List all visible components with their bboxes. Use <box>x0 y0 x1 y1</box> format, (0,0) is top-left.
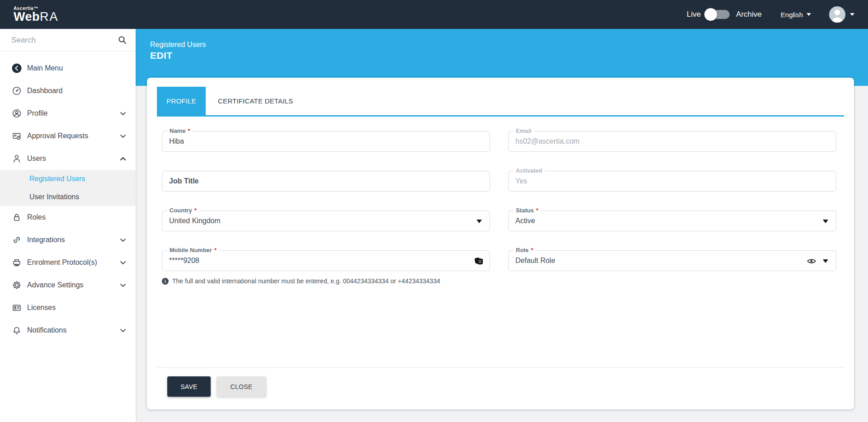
sidebar-item-label: Main Menu <box>27 64 126 72</box>
sidebar-item-advance-settings[interactable]: Advance Settings <box>0 274 136 296</box>
chevron-down-icon <box>120 239 126 242</box>
user-icon <box>12 154 22 164</box>
country-label: Country <box>167 207 199 214</box>
gear-icon <box>12 280 22 290</box>
sidebar-item-notifications[interactable]: Notifications <box>0 319 136 342</box>
email-field: Email <box>508 131 836 152</box>
status-select[interactable]: Status Active <box>508 211 836 231</box>
chevron-down-icon <box>120 112 126 115</box>
sidebar-search <box>0 29 136 52</box>
mobile-number-label: Mobile Number <box>167 247 219 254</box>
masks-icon[interactable] <box>474 257 484 267</box>
role-label: Role <box>514 247 535 254</box>
topbar: Ascertia™ WebRA Live Archive English <box>0 0 868 29</box>
country-value[interactable]: United Kingdom <box>162 211 490 231</box>
sidebar-menu: Main Menu Dashboard Profile Approval Req… <box>0 52 136 342</box>
sidebar-item-label: Users <box>27 155 115 163</box>
toggle-knob[interactable] <box>704 8 717 21</box>
sidebar-item-label: Dashboard <box>27 87 126 95</box>
close-button[interactable]: CLOSE <box>217 376 266 397</box>
eye-icon[interactable] <box>807 258 816 266</box>
language-dropdown[interactable]: English <box>781 11 811 19</box>
email-input <box>509 131 836 151</box>
sidebar-item-enrolment-protocols[interactable]: Enrolment Protocol(s) <box>0 251 136 274</box>
sidebar-item-user-invitations[interactable]: User Invitations <box>0 188 136 206</box>
status-value[interactable]: Active <box>509 211 836 231</box>
sidebar-item-label: Integrations <box>27 236 115 244</box>
account-menu-caret-icon[interactable] <box>850 13 854 16</box>
info-icon <box>162 278 169 285</box>
activated-field: Activated <box>508 171 836 192</box>
sidebar-item-approval-requests[interactable]: Approval Requests <box>0 125 136 147</box>
profile-form: Name Email <box>147 131 854 285</box>
tab-bar: PROFILE CERTIFICATE DETAILS <box>157 87 844 117</box>
dropdown-caret-icon[interactable] <box>823 220 828 223</box>
tab-certificate-details[interactable]: CERTIFICATE DETAILS <box>206 87 305 115</box>
approval-card-icon <box>12 131 22 141</box>
sidebar-item-label: Approval Requests <box>27 132 115 140</box>
chevron-down-icon <box>807 13 811 16</box>
role-select[interactable]: Role Default Role <box>508 250 836 271</box>
name-label: Name <box>167 127 192 135</box>
activated-input <box>509 171 836 191</box>
mobile-hint-text: The full and valid international number … <box>172 277 440 285</box>
archive-label: Archive <box>736 10 762 19</box>
sidebar-item-roles[interactable]: Roles <box>0 206 136 229</box>
sidebar-item-dashboard[interactable]: Dashboard <box>0 80 136 102</box>
chevron-down-icon <box>120 135 126 138</box>
link-icon <box>12 235 22 245</box>
brand-webra: WebRA <box>14 10 59 23</box>
back-circle-icon <box>12 63 22 73</box>
mobile-number-field[interactable]: Mobile Number <box>162 250 490 271</box>
sidebar-item-label: Advance Settings <box>27 281 115 289</box>
sidebar-item-profile[interactable]: Profile <box>0 102 136 125</box>
id-card-icon <box>12 303 22 313</box>
breadcrumb: Registered Users <box>150 41 868 49</box>
sidebar-item-main-menu[interactable]: Main Menu <box>0 57 136 80</box>
users-submenu: Registered Users User Invitations <box>0 170 136 206</box>
language-label: English <box>781 11 803 19</box>
dashboard-icon <box>12 86 22 96</box>
sidebar-item-label: Notifications <box>27 326 115 334</box>
status-label: Status <box>514 207 541 214</box>
dropdown-caret-icon[interactable] <box>823 259 828 263</box>
sidebar-item-licenses[interactable]: Licenses <box>0 296 136 319</box>
tab-profile[interactable]: PROFILE <box>157 87 206 115</box>
dropdown-caret-icon[interactable] <box>476 220 482 223</box>
name-field[interactable]: Name <box>162 131 490 152</box>
page-title: EDIT <box>150 50 868 61</box>
search-icon[interactable] <box>118 36 127 44</box>
submenu-item-label: User Invitations <box>29 193 79 201</box>
save-button[interactable]: SAVE <box>167 376 211 397</box>
sidebar-item-users[interactable]: Users <box>0 147 136 170</box>
live-archive-toggle[interactable] <box>705 10 730 19</box>
chevron-down-icon <box>120 261 126 264</box>
sidebar-item-registered-users[interactable]: Registered Users <box>0 170 136 188</box>
country-select[interactable]: Country United Kingdom <box>162 211 490 231</box>
live-label: Live <box>687 10 701 19</box>
user-silhouette-icon <box>829 6 845 23</box>
search-input[interactable] <box>11 36 118 45</box>
mobile-hint: The full and valid international number … <box>162 277 490 285</box>
lock-icon <box>12 212 22 222</box>
device-icon <box>12 258 22 267</box>
role-value[interactable]: Default Role <box>509 251 836 271</box>
app-logo: Ascertia™ WebRA <box>0 6 136 23</box>
sidebar-item-integrations[interactable]: Integrations <box>0 229 136 251</box>
chevron-up-icon <box>120 157 126 160</box>
sidebar-item-label: Licenses <box>27 304 126 312</box>
footer-divider <box>157 367 844 368</box>
sidebar-item-label: Enrolment Protocol(s) <box>27 258 115 267</box>
topbar-right: Live Archive English <box>687 6 868 23</box>
activated-label: Activated <box>514 167 545 174</box>
avatar[interactable] <box>829 6 845 23</box>
job-title-field[interactable] <box>162 171 490 192</box>
job-title-input[interactable] <box>162 171 490 191</box>
sidebar-item-label: Roles <box>27 213 126 221</box>
bell-icon <box>12 325 22 335</box>
chevron-down-icon <box>120 329 126 332</box>
name-input[interactable] <box>162 131 490 151</box>
main-content: Registered Users EDIT PROFILE CERTIFICAT… <box>136 29 868 422</box>
email-label: Email <box>514 127 534 135</box>
chevron-down-icon <box>120 284 126 287</box>
